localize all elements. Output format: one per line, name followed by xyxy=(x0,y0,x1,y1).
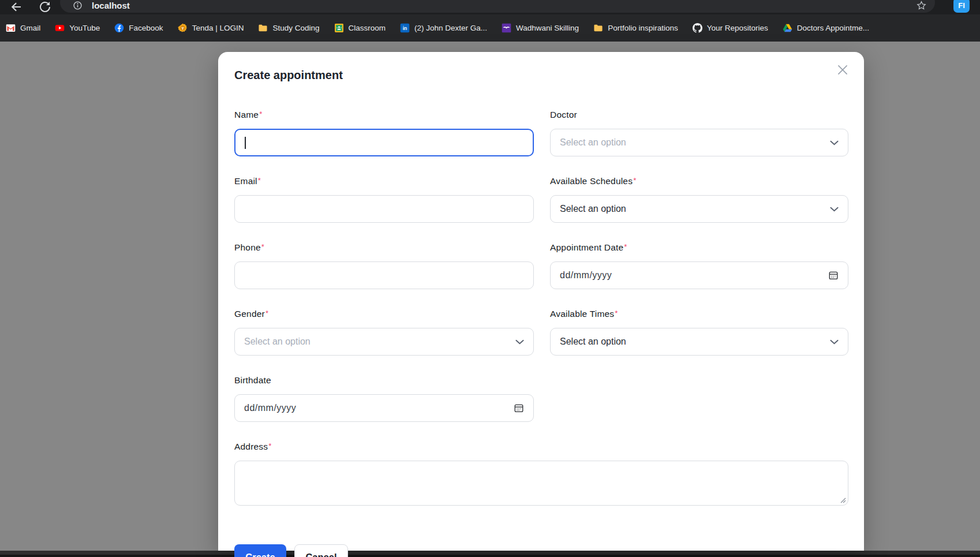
modal-actions: Create Cancel xyxy=(234,544,848,557)
doctor-field-group: Doctor Select an option xyxy=(550,110,848,156)
browser-toolbar: localhost FI xyxy=(0,0,980,14)
calendar-icon[interactable] xyxy=(828,270,839,281)
gmail-icon xyxy=(6,23,16,33)
bookmark-study-coding[interactable]: Study Coding xyxy=(258,23,319,33)
bookmark-repositories[interactable]: Your Repositories xyxy=(693,23,768,33)
email-label: Email* xyxy=(234,176,534,189)
required-asterisk: * xyxy=(261,242,264,251)
bookmark-gmail[interactable]: Gmail xyxy=(6,23,40,33)
folder-icon xyxy=(593,23,603,33)
github-icon xyxy=(693,23,702,33)
chevron-down-icon xyxy=(515,339,524,345)
url-text[interactable]: localhost xyxy=(92,1,916,10)
bookmark-portfolio[interactable]: Portfolio inspirations xyxy=(593,23,678,33)
drive-icon xyxy=(783,23,792,33)
available-times-label: Available Times* xyxy=(550,309,848,322)
spacer-cell xyxy=(550,375,848,422)
back-icon[interactable] xyxy=(9,0,23,14)
phone-input[interactable] xyxy=(234,261,534,289)
bookmark-facebook[interactable]: Facebook xyxy=(114,23,163,33)
bookmarks-bar: Gmail YouTube Facebook Tenda | LOGIN Stu… xyxy=(0,14,980,42)
tenda-icon xyxy=(178,23,188,33)
classroom-icon xyxy=(334,23,344,33)
svg-text:in: in xyxy=(403,25,407,31)
required-asterisk: * xyxy=(624,242,627,251)
birthdate-input[interactable]: dd/mm/yyyy xyxy=(234,394,534,422)
phone-field-group: Phone* xyxy=(234,242,534,289)
chevron-down-icon xyxy=(830,207,839,212)
address-label: Address* xyxy=(234,442,848,455)
birthdate-label: Birthdate xyxy=(234,375,534,388)
appointment-date-label: Appointment Date* xyxy=(550,242,848,256)
bookmark-star-icon[interactable] xyxy=(916,0,927,11)
chevron-down-icon xyxy=(830,140,839,145)
name-input[interactable] xyxy=(234,129,534,156)
youtube-icon xyxy=(55,23,65,33)
doctor-label: Doctor xyxy=(550,110,848,123)
name-label: Name* xyxy=(234,110,534,123)
gender-field-group: Gender* Select an option xyxy=(234,309,534,356)
available-schedules-label: Available Schedules* xyxy=(550,176,848,189)
address-field-group: Address* xyxy=(234,442,848,506)
birthdate-field-group: Birthdate dd/mm/yyyy xyxy=(234,375,534,422)
url-bar[interactable]: localhost xyxy=(60,0,935,13)
appointment-form: Name* Doctor Select an option Email* Ava… xyxy=(234,110,848,525)
reload-icon[interactable] xyxy=(38,0,52,14)
required-asterisk: * xyxy=(615,309,618,317)
bookmark-tenda[interactable]: Tenda | LOGIN xyxy=(178,23,244,33)
required-asterisk: * xyxy=(268,442,271,450)
required-asterisk: * xyxy=(259,110,262,118)
required-asterisk: * xyxy=(633,176,636,185)
folder-icon xyxy=(258,23,268,33)
resize-handle-icon[interactable] xyxy=(840,498,846,503)
bookmark-wadhwani[interactable]: Wadhwani Skilling xyxy=(502,23,579,33)
gender-select[interactable]: Select an option xyxy=(234,328,534,356)
linkedin-icon: in xyxy=(400,23,410,33)
bookmark-doctors-appointment[interactable]: Doctors Appointme... xyxy=(783,23,869,33)
appointment-date-field-group: Appointment Date* dd/mm/yyyy xyxy=(550,242,848,289)
available-schedules-select[interactable]: Select an option xyxy=(550,195,848,223)
required-asterisk: * xyxy=(258,176,261,185)
email-input[interactable] xyxy=(234,195,534,223)
address-textarea[interactable] xyxy=(234,461,848,506)
cancel-button[interactable]: Cancel xyxy=(294,544,348,557)
gender-label: Gender* xyxy=(234,309,534,322)
name-field-group: Name* xyxy=(234,110,534,156)
site-info-icon[interactable] xyxy=(73,1,83,10)
calendar-icon[interactable] xyxy=(514,403,524,413)
available-times-field-group: Available Times* Select an option xyxy=(550,309,848,356)
bookmark-linkedin[interactable]: in (2) John Dexter Ga... xyxy=(400,23,487,33)
required-asterisk: * xyxy=(265,309,268,317)
appointment-date-input[interactable]: dd/mm/yyyy xyxy=(550,261,848,289)
chevron-down-icon xyxy=(830,339,839,345)
create-button[interactable]: Create xyxy=(234,544,286,557)
available-times-select[interactable]: Select an option xyxy=(550,328,848,356)
wadhwani-icon xyxy=(502,23,511,33)
page-title: Create appointment xyxy=(234,67,848,83)
bookmark-classroom[interactable]: Classroom xyxy=(334,23,386,33)
email-field-group: Email* xyxy=(234,176,534,223)
bookmark-youtube[interactable]: YouTube xyxy=(55,23,100,33)
facebook-icon xyxy=(114,23,124,33)
phone-label: Phone* xyxy=(234,242,534,256)
create-appointment-modal: Create appointment Name* Doctor Select a… xyxy=(218,52,864,551)
available-schedules-field-group: Available Schedules* Select an option xyxy=(550,176,848,223)
doctor-select[interactable]: Select an option xyxy=(550,129,848,156)
close-icon[interactable] xyxy=(835,62,850,77)
extension-badge[interactable]: FI xyxy=(953,0,970,13)
text-cursor xyxy=(245,137,246,149)
